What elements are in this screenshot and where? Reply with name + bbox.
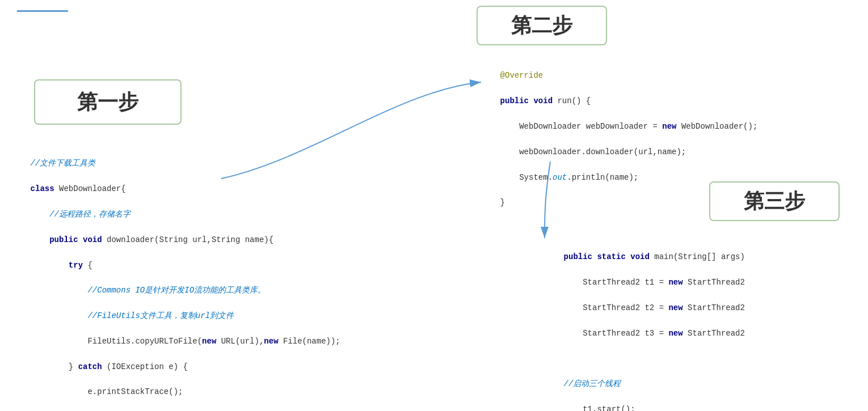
page-container: 第一步 第二步 第三步 //文件下载工具类 class WebDownloade… (0, 0, 868, 411)
code-rb-5: //启动三个线程 (564, 379, 621, 388)
code-rt-2: public void run() { (500, 96, 591, 105)
step2-label: 第二步 (511, 12, 572, 40)
code-line-3: //远程路径，存储名字 (31, 210, 130, 219)
blue-underline-decoration (17, 10, 68, 12)
code-left: //文件下载工具类 class WebDownloader{ //远程路径，存储… (11, 145, 340, 411)
code-rt-3: WebDownloader webDownloader = new WebDow… (500, 122, 758, 131)
step1-box: 第一步 (34, 79, 182, 125)
step2-box: 第二步 (477, 6, 607, 45)
step1-label: 第一步 (77, 88, 138, 116)
code-right-top: @Override public void run() { WebDownloa… (481, 57, 757, 222)
code-rb-1: public static void main(String[] args) (564, 252, 745, 261)
code-rb-2: StartThread2 t1 = new StartThread2 (564, 278, 745, 287)
code-rb-3: StartThread2 t2 = new StartThread2 (564, 303, 745, 312)
code-rt-5: System.out.println(name); (500, 173, 639, 182)
code-line-10: e.printStackTrace(); (31, 387, 183, 396)
code-line-4: public void downloader(String url,String… (31, 235, 274, 244)
code-rb-6: t1.start(); (564, 405, 635, 411)
code-line-6: //Commons IO是针对开发IO流功能的工具类库。 (31, 286, 266, 295)
code-line-1: //文件下载工具类 (31, 159, 96, 168)
code-rb-4: StartThread2 t3 = new StartThread2 (564, 329, 745, 338)
code-line-2: class WebDownloader{ (31, 184, 126, 193)
code-line-9: } catch (IOException e) { (31, 362, 188, 371)
code-right-bottom: public static void main(String[] args) S… (545, 238, 745, 411)
code-line-7: //FileUtils文件工具，复制url到文件 (31, 311, 234, 320)
code-rt-6: } (500, 198, 505, 207)
code-line-8: FileUtils.copyURLToFile(new URL(url),new… (31, 337, 340, 346)
code-rt-1: @Override (500, 71, 543, 80)
code-rt-4: webDownloader.downloader(url,name); (500, 147, 686, 156)
code-line-5: try { (31, 261, 92, 270)
